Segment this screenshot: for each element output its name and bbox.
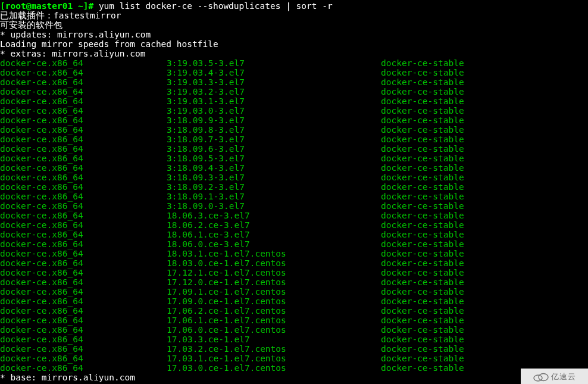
package-version: 17.06.1.ce-1.el7.centos	[167, 316, 381, 325]
preamble-line: * updates: mirrors.aliyun.com	[0, 30, 588, 39]
package-repo: docker-ce-stable	[381, 182, 464, 192]
package-row: docker-ce.x86_643:19.03.2-3.el7docker-ce…	[0, 87, 588, 96]
package-row: docker-ce.x86_6418.03.1.ce-1.el7.centosd…	[0, 249, 588, 258]
package-name: docker-ce.x86_64	[0, 163, 167, 173]
package-repo: docker-ce-stable	[381, 125, 464, 135]
package-row: docker-ce.x86_643:19.03.1-3.el7docker-ce…	[0, 96, 588, 106]
package-version: 18.06.0.ce-3.el7	[167, 239, 381, 249]
package-row: docker-ce.x86_6417.09.1.ce-1.el7.centosd…	[0, 287, 588, 296]
package-version: 17.03.3.ce-1.el7	[167, 335, 381, 344]
package-row: docker-ce.x86_6417.03.0.ce-1.el7.centosd…	[0, 363, 588, 373]
package-repo: docker-ce-stable	[381, 287, 464, 296]
tail-block: * base: mirrors.aliyun.com	[0, 373, 588, 382]
package-name: docker-ce.x86_64	[0, 268, 167, 277]
package-name: docker-ce.x86_64	[0, 68, 167, 77]
package-name: docker-ce.x86_64	[0, 277, 167, 287]
package-repo: docker-ce-stable	[381, 306, 464, 316]
package-version: 3:18.09.7-3.el7	[167, 135, 381, 144]
package-repo: docker-ce-stable	[381, 58, 464, 68]
package-name: docker-ce.x86_64	[0, 325, 167, 335]
package-version: 17.06.0.ce-1.el7.centos	[167, 325, 381, 335]
package-version: 3:18.09.8-3.el7	[167, 125, 381, 135]
package-repo: docker-ce-stable	[381, 68, 464, 77]
terminal[interactable]: [root@master01 ~]# yum list docker-ce --…	[0, 0, 588, 384]
package-row: docker-ce.x86_6417.09.0.ce-1.el7.centosd…	[0, 296, 588, 306]
package-row: docker-ce.x86_643:18.09.0-3.el7docker-ce…	[0, 201, 588, 211]
package-repo: docker-ce-stable	[381, 249, 464, 258]
package-repo: docker-ce-stable	[381, 363, 464, 373]
package-row: docker-ce.x86_6418.06.0.ce-3.el7docker-c…	[0, 239, 588, 249]
prompt-user-host: [root@master01 ~]#	[0, 1, 93, 11]
package-row: docker-ce.x86_643:18.09.8-3.el7docker-ce…	[0, 125, 588, 135]
package-version: 18.06.1.ce-3.el7	[167, 230, 381, 239]
package-name: docker-ce.x86_64	[0, 154, 167, 163]
package-repo: docker-ce-stable	[381, 220, 464, 230]
package-row: docker-ce.x86_643:18.09.5-3.el7docker-ce…	[0, 154, 588, 163]
watermark: 亿速云	[521, 369, 588, 384]
package-version: 3:18.09.9-3.el7	[167, 115, 381, 125]
preamble-block: 已加载插件：fastestmirror可安装的软件包 * updates: mi…	[0, 11, 588, 58]
package-version: 3:18.09.2-3.el7	[167, 182, 381, 192]
package-row: docker-ce.x86_6417.06.2.ce-1.el7.centosd…	[0, 306, 588, 316]
package-version: 3:18.09.3-3.el7	[167, 173, 381, 182]
prompt-command: yum list docker-ce --showduplicates | so…	[99, 1, 333, 11]
package-row: docker-ce.x86_6417.03.2.ce-1.el7.centosd…	[0, 344, 588, 354]
package-name: docker-ce.x86_64	[0, 258, 167, 268]
package-version: 17.03.0.ce-1.el7.centos	[167, 363, 381, 373]
package-version: 18.03.0.ce-1.el7.centos	[167, 258, 381, 268]
package-repo: docker-ce-stable	[381, 163, 464, 173]
package-name: docker-ce.x86_64	[0, 182, 167, 192]
package-row: docker-ce.x86_6418.06.2.ce-3.el7docker-c…	[0, 220, 588, 230]
package-name: docker-ce.x86_64	[0, 58, 167, 68]
package-version: 3:18.09.4-3.el7	[167, 163, 381, 173]
prompt-line: [root@master01 ~]# yum list docker-ce --…	[0, 1, 588, 11]
package-repo: docker-ce-stable	[381, 335, 464, 344]
package-repo: docker-ce-stable	[381, 258, 464, 268]
package-row: docker-ce.x86_6418.06.3.ce-3.el7docker-c…	[0, 211, 588, 220]
package-version: 17.12.1.ce-1.el7.centos	[167, 268, 381, 277]
package-name: docker-ce.x86_64	[0, 316, 167, 325]
package-version: 17.03.2.ce-1.el7.centos	[167, 344, 381, 354]
package-repo: docker-ce-stable	[381, 106, 464, 115]
package-repo: docker-ce-stable	[381, 201, 464, 211]
package-version: 3:19.03.4-3.el7	[167, 68, 381, 77]
package-repo: docker-ce-stable	[381, 239, 464, 249]
package-repo: docker-ce-stable	[381, 192, 464, 201]
package-row: docker-ce.x86_643:18.09.1-3.el7docker-ce…	[0, 192, 588, 201]
package-name: docker-ce.x86_64	[0, 125, 167, 135]
package-name: docker-ce.x86_64	[0, 230, 167, 239]
package-repo: docker-ce-stable	[381, 230, 464, 239]
package-name: docker-ce.x86_64	[0, 96, 167, 106]
package-list: docker-ce.x86_643:19.03.5-3.el7docker-ce…	[0, 58, 588, 373]
preamble-line: 已加载插件：fastestmirror	[0, 11, 588, 20]
package-name: docker-ce.x86_64	[0, 344, 167, 354]
package-version: 3:19.03.3-3.el7	[167, 77, 381, 87]
package-row: docker-ce.x86_643:19.03.5-3.el7docker-ce…	[0, 58, 588, 68]
package-name: docker-ce.x86_64	[0, 173, 167, 182]
package-version: 3:18.09.6-3.el7	[167, 144, 381, 154]
package-name: docker-ce.x86_64	[0, 135, 167, 144]
package-repo: docker-ce-stable	[381, 325, 464, 335]
package-version: 18.06.2.ce-3.el7	[167, 220, 381, 230]
package-name: docker-ce.x86_64	[0, 296, 167, 306]
package-row: docker-ce.x86_643:18.09.2-3.el7docker-ce…	[0, 182, 588, 192]
package-row: docker-ce.x86_643:18.09.9-3.el7docker-ce…	[0, 115, 588, 125]
preamble-line: * extras: mirrors.aliyun.com	[0, 49, 588, 58]
package-name: docker-ce.x86_64	[0, 115, 167, 125]
svg-point-1	[539, 374, 548, 381]
preamble-line: 可安装的软件包	[0, 20, 588, 30]
package-row: docker-ce.x86_643:19.03.4-3.el7docker-ce…	[0, 68, 588, 77]
package-name: docker-ce.x86_64	[0, 354, 167, 363]
package-version: 17.09.1.ce-1.el7.centos	[167, 287, 381, 296]
package-row: docker-ce.x86_6418.03.0.ce-1.el7.centosd…	[0, 258, 588, 268]
package-name: docker-ce.x86_64	[0, 144, 167, 154]
tail-line: * base: mirrors.aliyun.com	[0, 373, 588, 382]
package-name: docker-ce.x86_64	[0, 201, 167, 211]
package-name: docker-ce.x86_64	[0, 287, 167, 296]
package-version: 17.09.0.ce-1.el7.centos	[167, 296, 381, 306]
package-version: 17.03.1.ce-1.el7.centos	[167, 354, 381, 363]
package-row: docker-ce.x86_643:19.03.0-3.el7docker-ce…	[0, 106, 588, 115]
package-name: docker-ce.x86_64	[0, 363, 167, 373]
package-name: docker-ce.x86_64	[0, 249, 167, 258]
package-version: 3:19.03.1-3.el7	[167, 96, 381, 106]
